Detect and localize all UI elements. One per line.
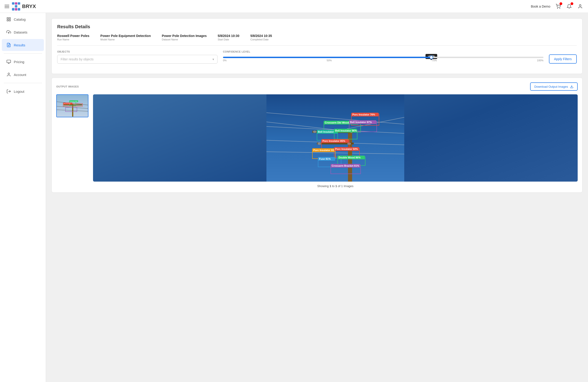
svg-text:Bell Insulator 87%: Bell Insulator 87% [350,121,372,123]
cart-badge [560,2,562,5]
sidebar-item-account-label: Account [14,73,26,77]
svg-text:Porc Insulator 50%: Porc Insulator 50% [335,148,358,150]
hamburger-menu[interactable] [5,5,9,8]
account-icon [6,72,11,77]
pagination-text: Showing 1 to 1 of 1 Images [93,184,578,188]
pagination-images-label: Images [344,184,354,188]
apply-filters-button[interactable]: Apply Filters [549,54,577,64]
svg-point-13 [8,73,10,75]
model-name-meta: Power Pole Equipment Detection Model Nam… [100,34,151,41]
app-name: BRYX [22,3,36,9]
main-content: Results Details Roswell Power Poles Run … [46,13,588,382]
confidence-slider-container: >65% 0% 50% 75% 100% [223,55,544,64]
sidebar-item-results-label: Results [14,43,25,47]
sidebar-item-pricing[interactable]: Pricing [2,56,44,68]
svg-rect-29 [266,94,404,181]
sidebar-divider [4,53,42,54]
logout-icon [6,89,11,94]
svg-point-39 [313,131,316,133]
run-name-meta: Roswell Power Poles Run Name [57,34,89,41]
output-header: OUTPUT IMAGES Download Output Images [56,82,578,91]
dataset-name-meta: Power Pole Detection Images Dataset Name [162,34,207,41]
slider-label-50: 50% [327,59,332,62]
bell-badge [570,2,573,5]
thumbnail-image-1: Porc Ins 76% Crossarm 89% [57,95,88,117]
sidebar-item-pricing-label: Pricing [14,60,24,64]
objects-dropdown[interactable]: Filter results by objects ▾ [57,55,217,64]
logo-grid-icon [12,2,20,11]
svg-text:Double Wood 96%: Double Wood 96% [338,156,361,159]
confidence-filter-label: CONFIDENCE LEVEL [223,50,544,53]
model-name-value: Power Pole Equipment Detection [100,34,151,38]
run-name-value: Roswell Power Poles [57,34,89,38]
confidence-slider-track[interactable] [223,57,544,58]
completed-date-label: Completed Date [250,38,272,41]
pagination-total: 1 [341,184,343,188]
svg-text:Crossarm Bracket 81%: Crossarm Bracket 81% [332,164,359,167]
start-date-label: Start Date [218,38,239,41]
svg-rect-10 [7,60,11,63]
sidebar-divider-2 [4,83,42,83]
completed-date-meta: 5/8/2024 10:35 Completed Date [250,34,272,41]
svg-rect-4 [9,18,11,19]
sidebar-item-logout-label: Logout [14,90,24,93]
results-details-card: Results Details Roswell Power Poles Run … [51,18,583,74]
sidebar-item-results[interactable]: Results [2,39,44,51]
sidebar-item-catalog-label: Catalog [14,18,26,21]
meta-row: Roswell Power Poles Run Name Power Pole … [57,34,577,46]
sidebar: Catalog Datasets Results Pricing Account… [0,13,46,382]
svg-text:Bell Insulator 96%: Bell Insulator 96% [335,129,357,132]
notifications-icon[interactable] [566,3,572,10]
svg-point-0 [557,8,558,8]
model-name-label: Model Name [100,38,151,41]
svg-point-41 [317,142,321,145]
sidebar-item-logout[interactable]: Logout [2,85,44,97]
svg-rect-3 [7,18,8,19]
svg-point-1 [560,8,560,8]
objects-filter-label: OBJECTS [57,50,217,53]
results-icon [6,43,11,47]
svg-text:Crossarm 89%: Crossarm 89% [70,101,78,102]
app-logo[interactable]: BRYX [12,2,36,11]
sidebar-item-datasets[interactable]: Datasets [2,26,44,38]
svg-text:Porc Insulator 85%: Porc Insulator 85% [322,140,345,142]
slider-label-100: 100% [537,59,544,62]
chevron-down-icon: ▾ [212,57,214,61]
objects-placeholder: Filter results by objects [61,57,93,61]
svg-text:Bell Insulator: Bell Insulator [318,130,334,133]
download-button-label: Download Output Images [534,85,568,88]
dataset-name-value: Power Pole Detection Images [162,34,207,38]
svg-text:Fuse 81%: Fuse 81% [319,158,331,160]
main-image-column: Porc Insulator 76% Crossarm Dbl Wood 89%… [93,94,578,188]
thumbnails-column: Porc Ins 76% Crossarm 89% [56,94,88,188]
svg-text:Porc Insulator 31%: Porc Insulator 31% [313,149,336,152]
top-navigation: BRYX Book a Demo [0,0,588,13]
output-section-title: OUTPUT IMAGES [56,85,79,88]
svg-rect-5 [7,20,8,21]
cart-icon[interactable] [555,3,561,10]
download-output-images-button[interactable]: Download Output Images [530,82,578,91]
pricing-icon [6,60,11,64]
sidebar-item-catalog[interactable]: Catalog [2,13,44,25]
thumbnail-1[interactable]: Porc Ins 76% Crossarm 89% [56,94,88,117]
images-layout: Porc Ins 76% Crossarm 89% [56,94,578,188]
sidebar-item-account[interactable]: Account [2,69,44,80]
svg-point-2 [579,4,581,6]
user-profile-icon[interactable] [577,3,583,10]
pagination-to-label: to [332,184,335,188]
detection-area: Porc Insulator 76% Crossarm Dbl Wood 89%… [93,94,578,181]
pagination-to: 1 [335,184,337,188]
book-demo-link[interactable]: Book a Demo [531,5,550,8]
sidebar-item-datasets-label: Datasets [14,30,27,34]
main-detection-image: Porc Insulator 76% Crossarm Dbl Wood 89%… [93,94,578,181]
start-date-meta: 5/8/2024 10:30 Start Date [218,34,239,41]
confidence-slider-thumb[interactable] [430,56,433,59]
slider-labels: 0% 50% 75% 100% [223,59,544,62]
svg-text:Porc Insulator 76%: Porc Insulator 76% [352,113,375,116]
download-icon [570,85,573,88]
output-images-section: OUTPUT IMAGES Download Output Images [51,78,583,193]
svg-rect-6 [9,20,11,21]
svg-rect-18 [64,104,82,105]
main-image-svg: Porc Insulator 76% Crossarm Dbl Wood 89%… [93,94,578,181]
completed-date-value: 5/8/2024 10:35 [250,34,272,38]
